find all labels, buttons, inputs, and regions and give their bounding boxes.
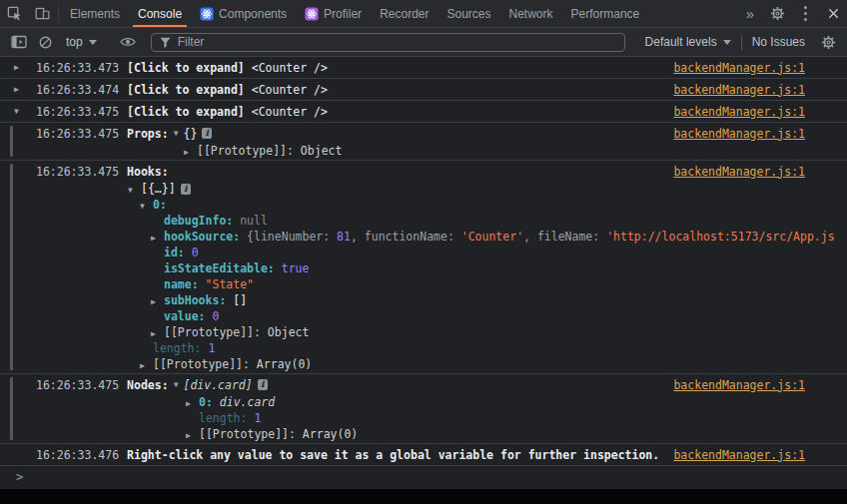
settings-gear-icon[interactable] <box>763 0 791 27</box>
bottom-strip <box>0 489 847 504</box>
tab-elements[interactable]: Elements <box>61 0 129 27</box>
tree-row: ▶[[Prototype]]: Array(0) <box>0 356 847 372</box>
disclosure-triangle[interactable]: ▶ <box>186 396 199 410</box>
disclosure-triangle[interactable]: ▶ <box>151 294 164 308</box>
log-token: name: <box>164 277 206 291</box>
log-token: [Click to expand] <box>127 83 245 97</box>
log-token: Array(0) <box>303 427 358 441</box>
disclosure-triangle[interactable]: ▶ <box>14 85 36 94</box>
disclosure-triangle[interactable]: ▶ <box>186 428 199 442</box>
timestamp: 16:26:33.474 <box>36 83 119 97</box>
tab-network[interactable]: Network <box>500 0 562 27</box>
console-log: ▶16:26:33.473[Click to expand] <Counter … <box>0 57 847 466</box>
tree-row: ▶[[Prototype]]: Object <box>0 324 847 340</box>
log-token: true <box>282 261 310 275</box>
disclosure-triangle[interactable]: ▶ <box>184 145 197 159</box>
log-token: [[Prototype]]: <box>199 427 303 441</box>
log-levels-selector[interactable]: Default levels <box>635 35 741 49</box>
tree-row: length: 1 <box>0 340 847 356</box>
timestamp: 16:26:33.476 <box>36 448 119 462</box>
more-tabs-button[interactable]: » <box>737 0 763 27</box>
tab-profiler[interactable]: Profiler <box>296 0 371 27</box>
live-expression-eye-icon[interactable] <box>115 29 141 55</box>
tree-row: length: 1 <box>0 410 847 426</box>
tab-performance[interactable]: Performance <box>562 0 649 27</box>
tab-sources[interactable]: Sources <box>437 0 499 27</box>
log-token: [Click to expand] <box>127 105 245 119</box>
context-selector[interactable]: top <box>58 35 105 49</box>
tab-label: Sources <box>446 7 490 21</box>
console-entry-row: 16:26:33.475Nodes:▼[div.card]backendMana… <box>0 375 847 394</box>
console-entry-row: 16:26:33.476Right-click any value to sav… <box>0 445 847 464</box>
log-token: length: <box>199 411 254 425</box>
console-entry-row: 16:26:33.475Hooks:backendManager.js:1 <box>0 162 847 181</box>
tree-row: ▶subHooks: [] <box>0 292 847 308</box>
log-token: id: <box>164 246 192 259</box>
tree-row: value: 0 <box>0 308 847 324</box>
device-toolbar-icon[interactable] <box>28 0 56 27</box>
issues-label: No Issues <box>752 35 805 49</box>
log-token: 0 <box>192 246 199 259</box>
disclosure-triangle[interactable]: ▶ <box>14 63 36 72</box>
tab-label: Network <box>509 7 553 21</box>
source-link[interactable]: backendManager.js:1 <box>673 105 805 119</box>
source-link[interactable]: backendManager.js:1 <box>673 61 805 75</box>
log-token: div.card <box>220 395 275 409</box>
tree-row: ▼0: <box>0 197 847 213</box>
console-message: 16:26:33.475Nodes:▼[div.card]backendMana… <box>0 374 847 444</box>
log-token: isStateEditable: <box>164 261 282 275</box>
log-token: Hooks: <box>127 165 169 179</box>
close-icon[interactable] <box>819 0 847 27</box>
disclosure-triangle[interactable]: ▶ <box>151 231 164 245</box>
inspect-element-icon[interactable] <box>0 0 28 27</box>
timestamp: 16:26:33.475 <box>36 378 119 392</box>
log-token: , functionName: <box>351 230 461 244</box>
tree-row: ▶0: div.card <box>0 394 847 410</box>
source-link[interactable]: backendManager.js:1 <box>673 165 805 179</box>
log-token: ▼ <box>174 380 179 389</box>
log-token: <Counter /> <box>245 83 328 97</box>
source-link[interactable]: backendManager.js:1 <box>673 448 805 462</box>
disclosure-triangle[interactable]: ▼ <box>128 183 141 197</box>
tabbar-tabs: ElementsConsoleComponentsProfilerRecorde… <box>61 0 648 27</box>
log-token: 0: <box>153 198 167 212</box>
console-prompt[interactable]: > <box>0 466 847 488</box>
tab-label: Elements <box>70 7 120 21</box>
info-icon <box>181 184 191 195</box>
source-link[interactable]: backendManager.js:1 <box>673 127 805 141</box>
log-token: <Counter /> <box>245 61 328 75</box>
disclosure-triangle[interactable]: ▼ <box>140 199 153 213</box>
tab-console[interactable]: Console <box>129 0 191 27</box>
console-settings-gear-icon[interactable] <box>815 29 841 55</box>
source-link[interactable]: backendManager.js:1 <box>673 83 805 97</box>
log-token: <Counter /> <box>245 105 328 119</box>
chevron-down-icon <box>89 40 97 49</box>
console-sidebar-icon[interactable] <box>6 29 32 55</box>
tab-label: Console <box>138 7 182 21</box>
tab-components[interactable]: Components <box>191 0 296 27</box>
disclosure-triangle[interactable]: ▼ <box>14 107 36 116</box>
console-message: ▶16:26:33.474[Click to expand] <Counter … <box>0 79 847 101</box>
devtools-window: ElementsConsoleComponentsProfilerRecorde… <box>0 0 847 504</box>
issues-counter[interactable]: No Issues <box>742 35 815 49</box>
console-message: 16:26:33.476Right-click any value to sav… <box>0 444 847 466</box>
console-toolbar: top Default levels No Issues <box>0 28 847 57</box>
disclosure-triangle[interactable]: ▶ <box>140 358 153 372</box>
source-link[interactable]: backendManager.js:1 <box>673 378 805 392</box>
console-entry-row: ▶16:26:33.473[Click to expand] <Counter … <box>0 58 847 77</box>
filter-input[interactable] <box>178 35 617 49</box>
tabbar-spacer <box>648 0 737 27</box>
filter-funnel-icon <box>159 36 172 49</box>
filter-box <box>151 33 625 52</box>
log-token: 'Counter' <box>461 230 523 244</box>
tree-row: id: 0 <box>0 245 847 260</box>
clear-console-icon[interactable] <box>32 29 58 55</box>
info-icon <box>202 128 212 139</box>
tab-recorder[interactable]: Recorder <box>371 0 437 27</box>
disclosure-triangle[interactable]: ▶ <box>151 326 164 340</box>
console-message: ▼16:26:33.475[Click to expand] <Counter … <box>0 101 847 123</box>
kebab-menu-icon[interactable] <box>791 0 819 27</box>
log-token: 1 <box>254 411 261 425</box>
react-components-icon <box>200 7 214 21</box>
tree-row: ▶[[Prototype]]: Object <box>0 143 847 159</box>
